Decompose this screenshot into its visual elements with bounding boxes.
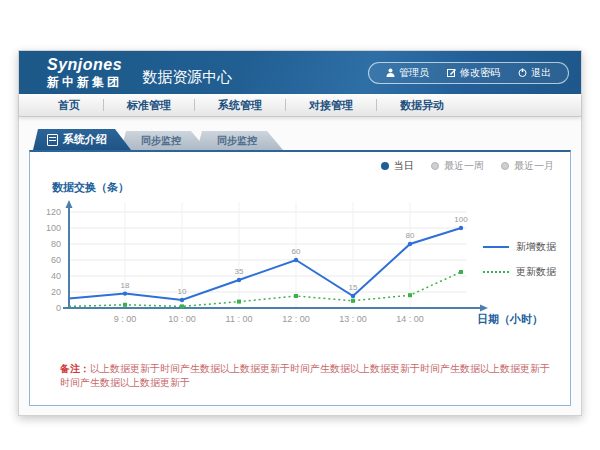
svg-text:80: 80 — [51, 239, 61, 249]
nav-item-interface-mgmt[interactable]: 对接管理 — [286, 98, 376, 113]
svg-text:60: 60 — [292, 247, 301, 256]
svg-text:80: 80 — [406, 231, 415, 240]
svg-text:35: 35 — [235, 267, 244, 276]
range-option-label: 最近一周 — [444, 159, 484, 173]
legend-item-updated-data[interactable]: 更新数据 — [483, 265, 556, 279]
range-option-label: 当日 — [394, 159, 414, 173]
svg-text:0: 0 — [56, 303, 61, 313]
range-option-today[interactable]: 当日 — [381, 159, 414, 173]
tab-label: 同步监控 — [217, 134, 257, 148]
company-logo: Synjones 新中新集团 — [47, 57, 122, 88]
svg-text:11 : 00: 11 : 00 — [226, 314, 253, 324]
tab-sync-monitor-2[interactable]: 同步监控 — [197, 131, 283, 150]
radio-unselected-icon — [431, 162, 439, 170]
svg-text:120: 120 — [46, 207, 61, 217]
svg-text:10 : 00: 10 : 00 — [168, 314, 196, 324]
edit-icon — [447, 68, 456, 77]
user-menu-label: 修改密码 — [460, 66, 500, 80]
legend-label: 更新数据 — [516, 265, 556, 279]
app-window: Synjones 新中新集团 数据资源中心 管理员 修改密码 退出 — [18, 50, 582, 416]
range-option-label: 最近一月 — [514, 159, 554, 173]
svg-text:14 : 00: 14 : 00 — [396, 314, 424, 324]
logout-icon — [518, 68, 527, 77]
svg-text:20: 20 — [51, 287, 61, 297]
svg-text:60: 60 — [51, 255, 61, 265]
logo-text-en: Synjones — [47, 57, 122, 73]
user-menu-admin[interactable]: 管理员 — [377, 66, 438, 80]
nav-item-system-mgmt[interactable]: 系统管理 — [195, 98, 285, 113]
svg-text:15: 15 — [349, 283, 358, 292]
range-option-last-month[interactable]: 最近一月 — [501, 159, 554, 173]
chart-legend: 新增数据 更新数据 — [483, 240, 556, 279]
footnote-label: 备注： — [60, 363, 90, 374]
svg-text:9 : 00: 9 : 00 — [114, 314, 137, 324]
user-menu-change-password[interactable]: 修改密码 — [438, 66, 509, 80]
chart-panel: 当日 最近一周 最近一月 数据交换（条） 0204060801001209 : … — [29, 150, 571, 406]
nav-item-data-change[interactable]: 数据异动 — [377, 98, 467, 113]
svg-text:13 : 00: 13 : 00 — [339, 314, 367, 324]
tab-label: 系统介绍 — [63, 132, 107, 147]
y-axis-title: 数据交换（条） — [52, 180, 129, 195]
legend-label: 新增数据 — [516, 240, 556, 254]
document-icon — [47, 134, 58, 146]
user-menu: 管理员 修改密码 退出 — [368, 62, 569, 84]
footnote-text: 以上数据更新于时间产生数据以上数据更新于时间产生数据以上数据更新于时间产生数据以… — [60, 363, 550, 388]
main-nav: 首页 标准管理 系统管理 对接管理 数据异动 — [19, 94, 581, 117]
tab-system-intro[interactable]: 系统介绍 — [33, 129, 131, 150]
footnote: 备注：以上数据更新于时间产生数据以上数据更新于时间产生数据以上数据更新于时间产生… — [60, 362, 570, 390]
svg-text:18: 18 — [121, 281, 130, 290]
user-icon — [386, 68, 395, 77]
tab-sync-monitor-1[interactable]: 同步监控 — [121, 131, 207, 150]
user-menu-logout[interactable]: 退出 — [509, 66, 560, 80]
nav-item-standard-mgmt[interactable]: 标准管理 — [104, 98, 194, 113]
user-menu-label: 管理员 — [399, 66, 429, 80]
legend-line-sample — [483, 246, 509, 248]
range-option-last-week[interactable]: 最近一周 — [431, 159, 484, 173]
svg-text:10: 10 — [178, 287, 187, 296]
app-header: Synjones 新中新集团 数据资源中心 管理员 修改密码 退出 — [19, 51, 581, 94]
logo-text-cn: 新中新集团 — [47, 76, 122, 88]
svg-text:12 : 00: 12 : 00 — [282, 314, 310, 324]
svg-text:40: 40 — [51, 271, 61, 281]
svg-text:100: 100 — [46, 223, 61, 233]
radio-unselected-icon — [501, 162, 509, 170]
legend-item-new-data[interactable]: 新增数据 — [483, 240, 556, 254]
tab-label: 同步监控 — [141, 134, 181, 148]
tab-bar: 系统介绍 同步监控 同步监控 — [33, 129, 581, 150]
radio-selected-icon — [381, 162, 389, 170]
page-title: 数据资源中心 — [142, 68, 232, 87]
user-menu-label: 退出 — [531, 66, 551, 80]
nav-item-home[interactable]: 首页 — [35, 98, 103, 113]
time-range-options: 当日 最近一周 最近一月 — [381, 159, 554, 173]
content-area: 系统介绍 同步监控 同步监控 当日 最近一周 — [19, 117, 581, 406]
svg-text:日期（小时）: 日期（小时） — [477, 313, 543, 326]
svg-text:100: 100 — [454, 215, 468, 224]
legend-line-sample — [483, 271, 509, 273]
